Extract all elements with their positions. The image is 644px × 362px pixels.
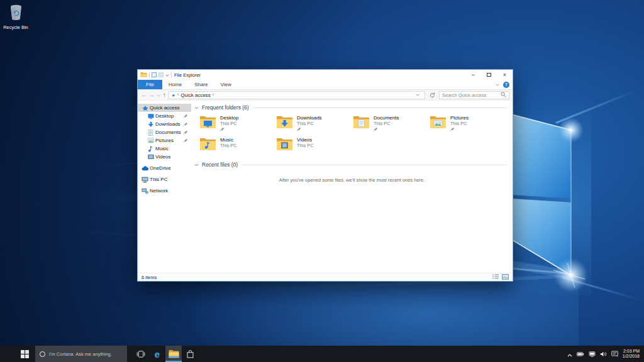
navigation-bar: ← → ↑ ★ › Quick access › Sea: [138, 90, 513, 101]
search-input[interactable]: Search Quick access: [439, 91, 509, 99]
sidebar-item-music[interactable]: Music: [138, 145, 191, 153]
battery-icon[interactable]: [577, 348, 584, 359]
quick-access-star-icon: [140, 105, 150, 111]
volume-icon[interactable]: [600, 348, 607, 359]
store-icon: [187, 350, 194, 358]
tab-view[interactable]: View: [214, 80, 238, 89]
pin-icon: [184, 138, 191, 143]
network-tray-icon[interactable]: [589, 348, 596, 359]
clock-date: 1/2/2018: [623, 354, 640, 359]
status-bar: 6 items: [138, 273, 513, 281]
documents-folder-icon: [353, 115, 370, 137]
sidebar-item-this-pc[interactable]: This PC: [138, 175, 191, 184]
downloads-icon: [146, 121, 155, 128]
taskbar-clock[interactable]: 2:03 PM 1/2/2018: [623, 349, 640, 359]
edge-button[interactable]: e: [149, 346, 165, 362]
up-button[interactable]: ↑: [163, 92, 166, 98]
section-rule: [242, 165, 508, 165]
refresh-icon[interactable]: [428, 92, 436, 98]
desktop-icon: [146, 113, 155, 119]
section-frequent-folders[interactable]: Frequent folders (6): [191, 104, 513, 111]
address-dropdown-chevron-icon[interactable]: [413, 94, 422, 96]
wallpaper-beam: [562, 277, 641, 301]
sidebar-item-documents[interactable]: Documents: [138, 128, 191, 136]
search-placeholder: Search Quick access: [442, 92, 486, 98]
recent-files-empty-message: After you've opened some files, we'll sh…: [191, 177, 513, 183]
tray-chevron-up-icon[interactable]: [567, 348, 572, 359]
tab-file[interactable]: File: [138, 80, 162, 89]
qat-new-folder-icon[interactable]: [158, 72, 164, 77]
action-center-icon[interactable]: [611, 348, 618, 359]
breadcrumb-separator: ›: [213, 92, 214, 97]
help-icon[interactable]: ?: [503, 82, 509, 88]
tab-home[interactable]: Home: [162, 80, 188, 89]
sidebar-item-desktop[interactable]: Desktop: [138, 112, 191, 120]
large-icons-view-icon[interactable]: [502, 274, 509, 281]
explorer-folder-icon: [140, 72, 147, 79]
navigation-pane: Quick access Desktop Downloads: [138, 101, 191, 273]
pictures-folder-icon: [430, 115, 447, 137]
wallpaper-beam: [555, 89, 638, 124]
pin-icon: [450, 127, 469, 131]
folder-tile-videos[interactable]: Videos This PC: [276, 137, 353, 159]
section-recent-files[interactable]: Recent files (0): [191, 161, 513, 168]
recycle-bin-shortcut[interactable]: Recycle Bin: [1, 4, 30, 30]
folder-tile-downloads[interactable]: Downloads This PC: [276, 115, 353, 137]
sidebar-item-videos[interactable]: Videos: [138, 153, 191, 161]
folder-tile-desktop[interactable]: Desktop This PC: [199, 115, 276, 137]
folder-tile-music[interactable]: Music This PC: [199, 137, 276, 159]
sidebar-item-label: Pictures: [155, 138, 174, 143]
sidebar-item-downloads[interactable]: Downloads: [138, 120, 191, 128]
recent-locations-chevron-icon[interactable]: [157, 92, 160, 98]
pin-icon: [184, 114, 191, 118]
sidebar-item-network[interactable]: Network: [138, 187, 191, 195]
minimize-button[interactable]: –: [465, 70, 481, 80]
search-icon: [501, 92, 506, 99]
sidebar-item-quick-access[interactable]: Quick access: [138, 104, 191, 112]
qat-customize-chevron-icon[interactable]: [165, 72, 169, 78]
close-button[interactable]: ×: [497, 70, 513, 80]
expand-ribbon-chevron-icon[interactable]: [496, 82, 499, 87]
start-button[interactable]: [14, 346, 35, 362]
store-button[interactable]: [182, 346, 198, 362]
back-button[interactable]: ←: [141, 92, 147, 98]
collapse-chevron-icon: [194, 163, 199, 167]
breadcrumb[interactable]: Quick access: [180, 92, 211, 98]
sidebar-item-pictures[interactable]: Pictures: [138, 136, 191, 145]
maximize-button[interactable]: [481, 70, 497, 80]
sidebar-item-label: Downloads: [155, 121, 180, 127]
task-view-icon: [136, 351, 145, 358]
folder-tile-pictures[interactable]: Pictures This PC: [430, 115, 506, 137]
cortana-placeholder: I'm Cortana. Ask me anything.: [49, 351, 112, 357]
address-bar[interactable]: ★ › Quick access ›: [169, 91, 426, 99]
file-explorer-window: File Explorer – × File Home Share View ?…: [137, 69, 513, 282]
downloads-folder-icon: [276, 115, 293, 137]
file-explorer-button[interactable]: [165, 346, 182, 362]
this-pc-icon: [140, 177, 150, 183]
section-rule: [253, 107, 508, 108]
folder-tile-documents[interactable]: Documents This PC: [353, 115, 430, 137]
edge-icon: e: [155, 349, 160, 359]
folder-location: This PC: [450, 121, 469, 127]
clock-time: 2:03 PM: [623, 349, 640, 354]
folder-location: This PC: [220, 143, 237, 149]
qat-properties-icon[interactable]: [152, 72, 157, 77]
window-title: File Explorer: [174, 72, 201, 78]
recycle-bin-icon: [9, 4, 23, 23]
ribbon-tabs: File Home Share View ?: [138, 80, 513, 90]
frequent-folders-grid: Desktop This PC Downloads This PC: [199, 115, 513, 159]
details-view-icon[interactable]: [492, 274, 499, 280]
tab-share[interactable]: Share: [188, 80, 214, 89]
forward-button[interactable]: →: [149, 92, 155, 98]
task-view-button[interactable]: [133, 346, 149, 362]
breadcrumb-separator: ›: [177, 92, 179, 97]
videos-folder-icon: [276, 137, 293, 159]
cortana-icon: [40, 351, 45, 357]
pin-icon: [184, 122, 191, 126]
cortana-search-box[interactable]: I'm Cortana. Ask me anything.: [35, 346, 127, 362]
folder-location: This PC: [374, 121, 399, 127]
sidebar-item-onedrive[interactable]: OneDrive: [138, 164, 191, 172]
title-bar[interactable]: File Explorer – ×: [138, 70, 513, 80]
section-title: Frequent folders (6): [202, 104, 249, 111]
items-count: 6 items: [142, 275, 157, 280]
